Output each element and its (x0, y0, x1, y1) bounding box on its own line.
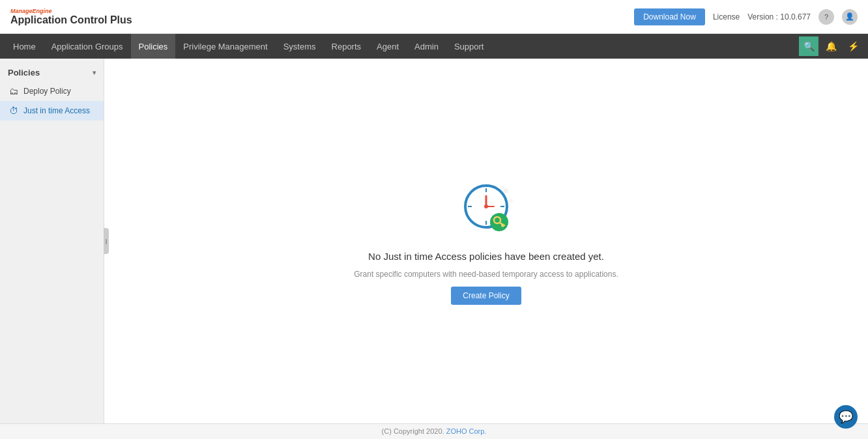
sidebar-item-label: Just in time Access (23, 106, 90, 115)
sidebar-item-label: Deploy Policy (23, 87, 71, 96)
user-avatar[interactable]: 👤 (842, 9, 858, 25)
bell-icon[interactable]: 🔔 (821, 36, 841, 56)
empty-state-icon (454, 178, 519, 243)
license-text: License (713, 12, 740, 21)
version-text: Version : 10.0.677 (747, 12, 811, 21)
sidebar-item-deploy-policy[interactable]: 🗂 Deploy Policy (0, 81, 104, 101)
empty-state: No Just in time Access policies have bee… (354, 178, 618, 305)
nav-home[interactable]: Home (5, 34, 44, 59)
svg-point-10 (484, 205, 488, 208)
nav-right-icons: 🔍 🔔 ⚡ (799, 36, 863, 56)
help-icon[interactable]: ? (818, 9, 834, 25)
nav-systems[interactable]: Systems (276, 34, 324, 59)
chat-icon: 💬 (839, 410, 853, 424)
nav-reports[interactable]: Reports (324, 34, 369, 59)
nav-policies[interactable]: Policies (131, 34, 176, 59)
nav-agent[interactable]: Agent (369, 34, 407, 59)
nav-bar: Home Application Groups Policies Privile… (0, 34, 868, 59)
download-button[interactable]: Download Now (634, 8, 705, 25)
app-header: ManageEngine Application Control Plus Do… (0, 0, 868, 34)
sidebar-collapse-handle[interactable]: ‖ (104, 228, 109, 254)
nav-application-groups[interactable]: Application Groups (44, 34, 131, 59)
nav-support[interactable]: Support (446, 34, 492, 59)
search-button[interactable]: 🔍 (799, 36, 818, 56)
nav-privilege-management[interactable]: Privilege Management (175, 34, 275, 59)
footer: (C) Copyright 2020. ZOHO Corp. (0, 423, 868, 439)
deploy-policy-icon: 🗂 (9, 86, 18, 96)
sidebar: Policies ▾ 🗂 Deploy Policy ⏱ Just in tim… (0, 59, 104, 423)
content-area: Policies ▾ 🗂 Deploy Policy ⏱ Just in tim… (0, 59, 868, 423)
svg-point-1 (509, 199, 513, 203)
brand-title: Application Control Plus (10, 14, 132, 26)
svg-point-2 (501, 186, 504, 189)
brand-engine: ManageEngine (10, 8, 132, 14)
create-policy-button[interactable]: Create Policy (451, 287, 521, 305)
main-content: No Just in time Access policies have bee… (104, 59, 868, 423)
brand-area: ManageEngine Application Control Plus (10, 8, 132, 26)
header-right: Download Now License Version : 10.0.677 … (634, 8, 858, 25)
bolt-icon[interactable]: ⚡ (843, 36, 863, 56)
sidebar-policies-header[interactable]: Policies ▾ (0, 64, 104, 81)
svg-point-0 (503, 188, 508, 193)
empty-state-title: No Just in time Access policies have bee… (368, 251, 604, 262)
nav-admin[interactable]: Admin (407, 34, 446, 59)
sidebar-item-just-in-time-access[interactable]: ⏱ Just in time Access (0, 101, 104, 120)
footer-link[interactable]: ZOHO Corp. (446, 427, 487, 435)
sidebar-header-label: Policies (8, 68, 40, 78)
chevron-down-icon: ▾ (93, 69, 96, 76)
empty-state-subtitle: Grant specific computers with need-based… (354, 270, 618, 279)
just-in-time-icon: ⏱ (9, 106, 18, 116)
footer-text: (C) Copyright 2020. (382, 427, 444, 435)
chat-bubble[interactable]: 💬 (834, 405, 858, 429)
